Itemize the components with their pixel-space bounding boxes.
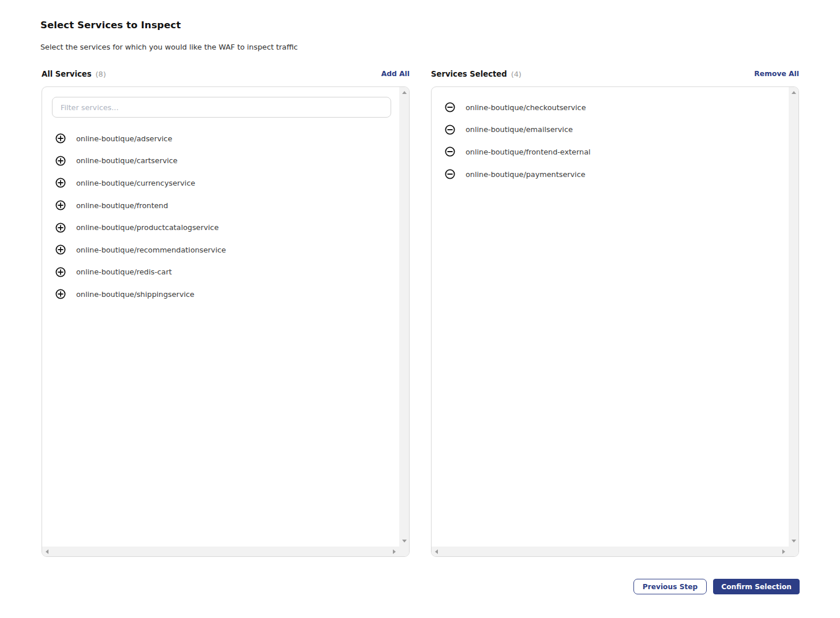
service-name: online-boutique/frontend-external [466, 148, 591, 156]
selected-services-list-item[interactable]: online-boutique/emailservice [432, 119, 789, 141]
scroll-up-arrow-icon[interactable] [792, 91, 796, 94]
scroll-right-arrow-icon[interactable] [393, 549, 396, 554]
scroll-down-arrow-icon[interactable] [792, 540, 796, 542]
scroll-down-arrow-icon[interactable] [402, 540, 407, 542]
all-services-panel-content: online-boutique/adservice [42, 87, 399, 547]
service-name: online-boutique/currencyservice [76, 179, 195, 187]
minus-circle-icon[interactable] [445, 125, 455, 135]
horizontal-scrollbar[interactable] [42, 547, 399, 556]
selected-services-label: Services Selected [431, 70, 507, 78]
dual-list-container: All Services (8) Add All [42, 69, 840, 557]
service-name: online-boutique/paymentservice [466, 170, 586, 179]
scroll-left-arrow-icon[interactable] [46, 549, 48, 554]
all-services-count: (8) [96, 70, 106, 78]
plus-circle-icon[interactable] [55, 289, 66, 299]
page-subtitle: Select the services for which you would … [40, 43, 840, 51]
plus-circle-icon[interactable] [55, 133, 66, 144]
selected-services-title: Services Selected (4) [431, 70, 522, 78]
service-name: online-boutique/adservice [76, 134, 172, 143]
selected-services-section: Services Selected (4) Remove All [431, 69, 799, 557]
selected-services-list-item[interactable]: online-boutique/paymentservice [432, 163, 789, 186]
selected-services-list-item[interactable]: online-boutique/checkoutservice [432, 96, 789, 119]
scroll-up-arrow-icon[interactable] [402, 91, 407, 94]
horizontal-scrollbar[interactable] [432, 547, 789, 556]
vertical-scrollbar[interactable] [789, 87, 798, 547]
all-services-title: All Services (8) [42, 70, 106, 78]
plus-circle-icon[interactable] [55, 244, 66, 255]
previous-step-button[interactable]: Previous Step [633, 579, 707, 594]
all-services-header: All Services (8) Add All [42, 69, 410, 79]
selected-services-panel: online-boutique/checkoutservice [431, 86, 799, 557]
confirm-selection-button[interactable]: Confirm Selection [713, 579, 800, 594]
all-services-list-item[interactable]: online-boutique/recommendationservice [42, 239, 399, 261]
service-name: online-boutique/frontend [76, 201, 168, 210]
plus-circle-icon[interactable] [55, 200, 66, 210]
all-services-list-item[interactable]: online-boutique/cartservice [42, 150, 399, 172]
plus-circle-icon[interactable] [55, 267, 66, 277]
all-services-list: online-boutique/adservice [42, 127, 399, 306]
vertical-scrollbar[interactable] [399, 87, 409, 547]
all-services-list-item[interactable]: online-boutique/adservice [42, 127, 399, 150]
plus-circle-icon[interactable] [55, 223, 66, 233]
selected-services-count: (4) [511, 70, 522, 78]
service-name: online-boutique/checkoutservice [466, 103, 586, 112]
scroll-left-arrow-icon[interactable] [435, 549, 438, 554]
selected-services-panel-content: online-boutique/checkoutservice [432, 87, 789, 547]
scrollbar-corner [789, 547, 798, 556]
service-name: online-boutique/cartservice [76, 156, 178, 165]
selected-services-header: Services Selected (4) Remove All [431, 69, 799, 79]
service-name: online-boutique/redis-cart [76, 267, 172, 276]
plus-circle-icon[interactable] [55, 156, 66, 166]
service-name: online-boutique/shippingservice [76, 290, 194, 299]
minus-circle-icon[interactable] [445, 169, 455, 179]
all-services-label: All Services [42, 70, 92, 78]
scroll-right-arrow-icon[interactable] [782, 549, 785, 554]
filter-services-input[interactable] [52, 97, 391, 118]
minus-circle-icon[interactable] [445, 146, 455, 157]
all-services-list-item[interactable]: online-boutique/productcatalogservice [42, 216, 399, 239]
service-name: online-boutique/emailservice [466, 125, 573, 134]
all-services-panel: online-boutique/adservice [42, 86, 410, 557]
wizard-footer: Previous Step Confirm Selection [0, 579, 800, 594]
selected-services-list-item[interactable]: online-boutique/frontend-external [432, 141, 789, 163]
scrollbar-corner [399, 547, 409, 556]
select-services-page: Select Services to Inspect Select the se… [0, 0, 840, 594]
add-all-link[interactable]: Add All [381, 70, 410, 78]
all-services-list-item[interactable]: online-boutique/frontend [42, 194, 399, 217]
minus-circle-icon[interactable] [445, 102, 455, 112]
service-name: online-boutique/productcatalogservice [76, 223, 219, 232]
selected-services-list: online-boutique/checkoutservice [432, 96, 789, 185]
all-services-list-item[interactable]: online-boutique/redis-cart [42, 261, 399, 284]
plus-circle-icon[interactable] [55, 178, 66, 188]
service-name: online-boutique/recommendationservice [76, 246, 226, 254]
all-services-list-item[interactable]: online-boutique/shippingservice [42, 283, 399, 306]
remove-all-link[interactable]: Remove All [754, 70, 799, 78]
all-services-list-item[interactable]: online-boutique/currencyservice [42, 172, 399, 194]
page-title: Select Services to Inspect [40, 20, 840, 31]
all-services-section: All Services (8) Add All [42, 69, 410, 557]
